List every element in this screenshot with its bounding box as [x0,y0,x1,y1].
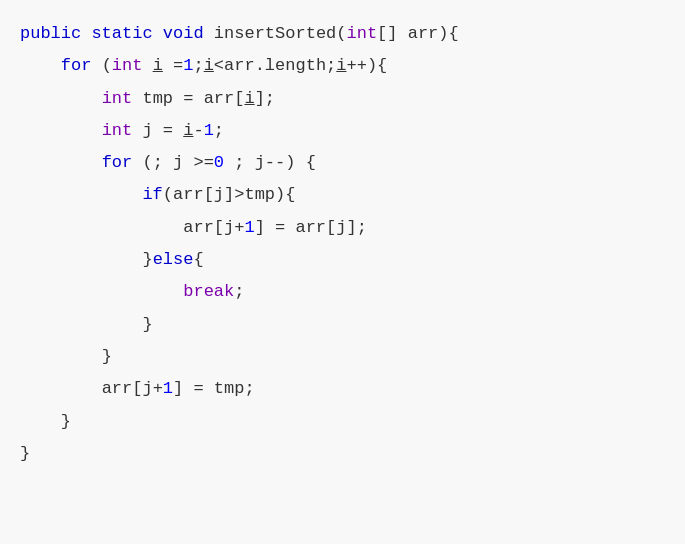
code-editor: public static void insertSorted(int[] ar… [0,0,685,544]
indent-4 [20,212,183,244]
var-tmp: tmp = arr[i]; [132,83,275,115]
method-name: insertSorted( [214,18,347,50]
indent-2 [20,83,102,115]
indent-3c [20,309,142,341]
param-bracket: [] arr){ [377,18,459,50]
indent-1b [20,406,61,438]
semi-1: ; [214,115,224,147]
if-cond: (arr[j]>tmp){ [163,179,296,211]
close-brace-for1: } [61,406,71,438]
code-line-9: break; [20,276,665,308]
num-1: 1 [183,50,193,82]
close-brace-else: } [142,309,152,341]
indent-2b [20,115,102,147]
for-paren-open: ( [102,50,112,82]
param-type-int: int [346,18,377,50]
num-0: 0 [214,147,224,179]
code-line-1: public static void insertSorted(int[] ar… [20,18,665,50]
code-line-3: int tmp = arr[i]; [20,83,665,115]
keyword-else: else [153,244,194,276]
code-line-4: int j = i-1; [20,115,665,147]
keyword-break: break [183,276,234,308]
assign-arr-tmp: arr[j+ [102,373,163,405]
else-brace: { [193,244,203,276]
num-1c: 1 [244,212,254,244]
code-line-13: } [20,406,665,438]
code-line-8: }else{ [20,244,665,276]
var-j: j = i- [132,115,203,147]
indent-3b [20,244,142,276]
code-line-10: } [20,309,665,341]
code-line-14: } [20,438,665,470]
keyword-for-1: for [61,50,102,82]
keyword-public: public [20,18,91,50]
type-int-for: int [112,50,143,82]
for2-open: (; j >= [142,147,213,179]
indent-1 [20,50,61,82]
num-1d: 1 [163,373,173,405]
for-cond: ;i<arr.length;i++){ [193,50,387,82]
keyword-for-2: for [102,147,143,179]
code-line-7: arr[j+1] = arr[j]; [20,212,665,244]
keyword-void: void [163,18,214,50]
close-brace-if: } [142,244,152,276]
keyword-if: if [142,179,162,211]
indent-2c [20,147,102,179]
assign-rest: ] = arr[j]; [255,212,367,244]
keyword-static: static [91,18,162,50]
break-semi: ; [234,276,244,308]
code-line-11: } [20,341,665,373]
type-int-j: int [102,115,133,147]
close-brace-for2: } [102,341,112,373]
type-int-tmp: int [102,83,133,115]
for-var-i: i = [142,50,183,82]
for2-rest: ; j--) { [224,147,316,179]
assign-arr: arr[j+ [183,212,244,244]
indent-4b [20,276,183,308]
code-line-5: for (; j >=0 ; j--) { [20,147,665,179]
code-line-2: for (int i =1;i<arr.length;i++){ [20,50,665,82]
assign-tmp-rest: ] = tmp; [173,373,255,405]
indent-2e [20,373,102,405]
num-1b: 1 [204,115,214,147]
indent-2d [20,341,102,373]
code-line-12: arr[j+1] = tmp; [20,373,665,405]
close-brace-method: } [20,438,30,470]
indent-3 [20,179,142,211]
code-line-6: if(arr[j]>tmp){ [20,179,665,211]
